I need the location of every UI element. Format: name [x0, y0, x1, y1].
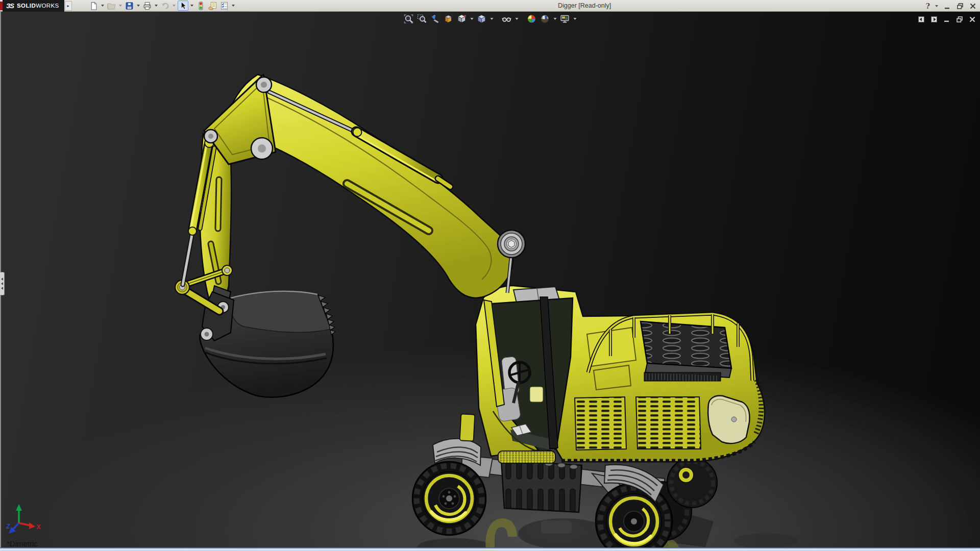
step-grille: [498, 451, 555, 463]
apply-scene-dropdown[interactable]: [553, 13, 557, 24]
zoom-to-fit-button[interactable]: [403, 13, 414, 24]
minimize-button[interactable]: [943, 2, 951, 10]
solidworks-logo-name: SOLIDWORKS: [17, 3, 59, 9]
rebuild-traffic-light-icon: [197, 2, 205, 10]
doc-restore-button[interactable]: [955, 15, 963, 23]
apply-scene-button[interactable]: [540, 13, 551, 24]
previous-view-button[interactable]: [430, 13, 441, 24]
minimize-icon: [944, 3, 951, 10]
main-toolbar: [88, 1, 236, 11]
menu-expand-button[interactable]: ▸: [65, 1, 72, 11]
undo-button[interactable]: [160, 1, 170, 11]
zoom-to-area-button[interactable]: [416, 13, 428, 24]
zoom-to-fit-icon: [404, 14, 414, 24]
view-orientation-dropdown[interactable]: [470, 13, 474, 24]
print-icon: [143, 2, 152, 10]
file-properties-icon: [208, 2, 217, 10]
open-button[interactable]: [106, 1, 117, 11]
front-left-wheel[interactable]: [412, 462, 486, 535]
hide-show-items-glasses-icon: [502, 14, 512, 24]
feature-tree-collapsed-tab[interactable]: [0, 272, 5, 295]
doc-restore-icon: [956, 16, 963, 23]
dock-left-icon: [918, 16, 925, 23]
view-orientation-button[interactable]: [456, 13, 468, 24]
save-button[interactable]: [124, 1, 135, 11]
doc-minimize-icon: [943, 16, 950, 23]
doc-close-icon: [969, 16, 976, 23]
front-right-wheel[interactable]: [596, 483, 672, 551]
triad-x-label: X: [37, 523, 41, 531]
edit-appearance-button[interactable]: [526, 13, 537, 24]
options-checklist-icon: [220, 2, 229, 10]
collapse-arrow-icon: [1, 287, 3, 290]
solidworks-logo: ЗS SOLIDWORKS: [3, 0, 64, 12]
orientation-triad[interactable]: X Z: [6, 504, 41, 534]
engine-grid-panel: [641, 321, 731, 381]
options-button[interactable]: [219, 1, 230, 11]
rear-window: [708, 396, 749, 444]
new-document-button[interactable]: [88, 1, 99, 11]
select-cursor-icon: [179, 2, 187, 10]
apply-scene-sphere-icon: [540, 14, 550, 24]
close-button[interactable]: [969, 2, 977, 10]
triad-z-label: Z: [6, 523, 10, 530]
view-settings-dropdown[interactable]: [573, 13, 577, 24]
dock-right-icon: [930, 16, 938, 23]
hide-show-items-button[interactable]: [501, 13, 512, 24]
open-dropdown[interactable]: [118, 1, 123, 11]
save-floppy-icon: [125, 2, 134, 10]
rebuild-button[interactable]: [195, 1, 206, 11]
status-bar: [0, 547, 980, 551]
restore-button[interactable]: [956, 2, 964, 10]
open-folder-icon: [107, 2, 116, 10]
help-dropdown[interactable]: [935, 1, 939, 11]
save-dropdown[interactable]: [136, 1, 141, 11]
view-orientation-label: *Dimetric: [7, 539, 38, 548]
heads-up-view-toolbar: [403, 13, 577, 24]
display-style-dropdown[interactable]: [489, 13, 494, 24]
collapse-arrow-icon: [1, 282, 3, 285]
select-dropdown[interactable]: [189, 1, 194, 11]
dock-left-button[interactable]: [917, 15, 925, 23]
new-document-icon: [89, 2, 98, 10]
display-style-icon: [477, 14, 487, 24]
doc-close-button[interactable]: [968, 15, 976, 23]
title-bar: ЗS SOLIDWORKS ▸: [0, 0, 980, 12]
file-properties-button[interactable]: [207, 1, 218, 11]
view-orientation-icon: [457, 14, 467, 24]
options-dropdown[interactable]: [231, 1, 236, 11]
zoom-to-area-icon: [417, 14, 427, 24]
undo-dropdown[interactable]: [172, 1, 177, 11]
collapse-arrow-icon: [1, 278, 3, 281]
window-title: Digger [Read-only]: [558, 2, 611, 9]
section-view-button[interactable]: [443, 13, 454, 24]
dock-right-button[interactable]: [930, 15, 938, 23]
section-view-icon: [444, 14, 454, 24]
view-settings-button[interactable]: [559, 13, 571, 24]
new-dropdown[interactable]: [100, 1, 105, 11]
doc-minimize-button[interactable]: [943, 15, 950, 23]
solidworks-logo-mark: ЗS: [6, 2, 14, 10]
select-tool-button[interactable]: [178, 1, 188, 11]
previous-view-icon: [430, 14, 440, 24]
restore-icon: [957, 3, 964, 10]
print-dropdown[interactable]: [154, 1, 159, 11]
side-mirror: [460, 414, 475, 441]
undo-icon: [161, 2, 169, 10]
display-style-button[interactable]: [476, 13, 487, 24]
window-controls: ?: [926, 0, 977, 12]
print-button[interactable]: [142, 1, 153, 11]
hide-show-items-dropdown[interactable]: [514, 13, 519, 24]
edit-appearance-sphere-icon: [527, 14, 537, 24]
view-settings-monitor-icon: [560, 14, 570, 24]
model-digger[interactable]: X Z: [0, 0, 980, 551]
help-button[interactable]: ?: [926, 2, 930, 10]
boom-arm[interactable]: [175, 74, 525, 397]
document-window-controls: [917, 15, 976, 23]
close-icon: [969, 3, 976, 10]
